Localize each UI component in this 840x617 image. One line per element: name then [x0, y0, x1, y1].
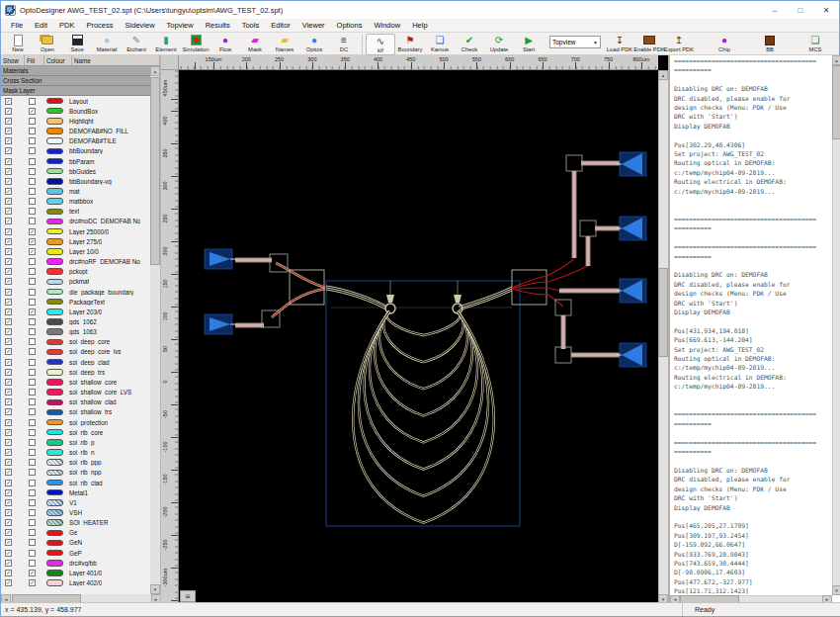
fill-checkbox[interactable] — [29, 318, 36, 325]
layer-group-cross-section[interactable]: Cross Section — [1, 76, 160, 86]
fill-checkbox[interactable] — [29, 389, 36, 396]
show-checkbox[interactable]: ✓ — [5, 429, 12, 436]
menu-item-window[interactable]: Window — [368, 21, 406, 30]
show-checkbox[interactable]: ✓ — [5, 529, 12, 536]
show-checkbox[interactable]: ✓ — [5, 570, 12, 576]
layer-colour-swatch[interactable] — [46, 318, 63, 325]
fill-checkbox[interactable] — [29, 118, 36, 125]
menu-item-tools[interactable]: Tools — [236, 21, 266, 30]
fill-checkbox[interactable] — [29, 560, 36, 567]
toolbar-button-flow[interactable]: ●Flow — [210, 34, 240, 53]
show-checkbox[interactable]: ✓ — [5, 128, 12, 134]
fill-checkbox[interactable] — [29, 188, 36, 195]
layer-colour-swatch[interactable] — [46, 308, 63, 315]
fill-checkbox[interactable] — [29, 278, 36, 285]
layer-colour-swatch[interactable] — [46, 429, 63, 436]
layer-colour-swatch[interactable] — [46, 118, 63, 125]
toolbar-button-mask[interactable]: ▰Mask — [240, 34, 270, 53]
show-checkbox[interactable]: ✓ — [5, 147, 12, 154]
fill-checkbox[interactable] — [29, 449, 36, 456]
show-checkbox[interactable]: ✓ — [5, 359, 12, 366]
show-checkbox[interactable]: ✓ — [5, 449, 12, 456]
menu-item-file[interactable]: File — [5, 21, 29, 30]
toolbar-button-chip[interactable]: ●Chip — [710, 34, 739, 53]
fill-checkbox[interactable] — [29, 459, 36, 466]
show-checkbox[interactable]: ✓ — [5, 218, 12, 224]
show-checkbox[interactable]: ✓ — [5, 489, 12, 496]
show-checkbox[interactable]: ✓ — [5, 248, 12, 255]
layer-colour-swatch[interactable] — [46, 158, 63, 165]
show-checkbox[interactable]: ✓ — [5, 408, 12, 415]
layer-colour-swatch[interactable] — [46, 128, 63, 134]
fill-checkbox[interactable]: ✓ — [29, 579, 36, 586]
show-checkbox[interactable]: ✓ — [5, 499, 12, 506]
layer-colour-swatch[interactable] — [46, 540, 63, 547]
layer-colour-swatch[interactable] — [46, 279, 63, 286]
show-checkbox[interactable]: ✓ — [5, 228, 12, 235]
menu-item-editor[interactable]: Editor — [265, 21, 296, 30]
fill-checkbox[interactable] — [29, 550, 36, 557]
fill-checkbox[interactable] — [29, 429, 36, 436]
fill-checkbox[interactable]: ✓ — [29, 108, 36, 115]
layer-group-mask-layer[interactable]: Mask Layer — [1, 86, 160, 96]
fill-checkbox[interactable] — [29, 419, 36, 426]
show-checkbox[interactable]: ✓ — [5, 389, 12, 396]
toolbar-button-export-pdk[interactable]: ↥Export PDK — [664, 34, 694, 53]
layer-colour-swatch[interactable] — [46, 389, 63, 396]
toolbar-button-load-pdk[interactable]: ↧Load PDK — [605, 34, 634, 53]
show-checkbox[interactable]: ✓ — [5, 108, 12, 115]
fill-checkbox[interactable] — [29, 369, 36, 376]
layer-colour-swatch[interactable] — [46, 248, 63, 255]
scroll-down-arrow-icon[interactable]: ▼ — [150, 584, 160, 594]
fill-checkbox[interactable]: ✓ — [29, 248, 36, 255]
fill-checkbox[interactable] — [29, 480, 36, 486]
fill-checkbox[interactable] — [29, 128, 36, 134]
fill-checkbox[interactable] — [29, 158, 36, 165]
toolbar-button-start[interactable]: ▶Start — [514, 34, 544, 53]
show-checkbox[interactable]: ✓ — [5, 318, 12, 325]
view-select[interactable]: Topview▼ — [549, 36, 601, 48]
scroll-up-arrow-icon[interactable]: ▲ — [832, 55, 840, 65]
fill-checkbox[interactable] — [29, 218, 36, 224]
menu-item-sideview[interactable]: Sideview — [120, 21, 161, 30]
column-header-name[interactable]: Name — [72, 55, 160, 65]
layer-colour-swatch[interactable] — [46, 459, 63, 466]
layer-colour-swatch[interactable] — [46, 268, 63, 275]
fill-checkbox[interactable] — [29, 408, 36, 415]
toolbar-button-klf[interactable]: ∿klf — [366, 34, 395, 55]
show-checkbox[interactable]: ✓ — [5, 560, 12, 567]
fill-checkbox[interactable] — [29, 168, 36, 175]
fill-checkbox[interactable] — [29, 137, 36, 144]
layer-colour-swatch[interactable] — [46, 289, 63, 296]
fill-checkbox[interactable]: ✓ — [29, 570, 36, 576]
layer-colour-swatch[interactable] — [46, 168, 63, 175]
toolbar-button-mcs[interactable]: ❏MCS — [800, 34, 830, 53]
show-checkbox[interactable]: ✓ — [5, 137, 12, 144]
layer-colour-swatch[interactable] — [46, 489, 63, 496]
console-vertical-scrollbar[interactable]: ▲ ▼ — [832, 55, 840, 595]
show-checkbox[interactable]: ✓ — [5, 579, 12, 586]
menu-item-help[interactable]: Help — [406, 21, 433, 30]
fill-checkbox[interactable] — [29, 509, 36, 516]
menu-item-viewer[interactable]: Viewer — [296, 21, 331, 30]
show-checkbox[interactable]: ✓ — [5, 338, 12, 345]
layer-colour-swatch[interactable] — [46, 579, 63, 586]
toolbar-button-save[interactable]: Save — [62, 34, 92, 53]
fill-checkbox[interactable] — [29, 529, 36, 536]
toolbar-button-etchant[interactable]: ✎Etchant — [122, 34, 151, 53]
fill-checkbox[interactable] — [29, 398, 36, 405]
layer-colour-swatch[interactable] — [46, 399, 63, 406]
toolbar-button-bb[interactable]: BB — [755, 34, 785, 53]
layer-colour-swatch[interactable] — [46, 339, 63, 346]
fill-checkbox[interactable] — [29, 147, 36, 154]
fill-checkbox[interactable] — [29, 198, 36, 205]
layer-colour-swatch[interactable] — [46, 98, 63, 105]
mask-layout-canvas[interactable]: ⊞ — [179, 70, 658, 604]
fill-checkbox[interactable] — [29, 338, 36, 345]
show-checkbox[interactable]: ✓ — [5, 539, 12, 546]
scroll-up-arrow-icon[interactable]: ▲ — [658, 70, 668, 80]
show-checkbox[interactable]: ✓ — [5, 178, 12, 185]
layer-colour-swatch[interactable] — [46, 359, 63, 366]
menu-item-pdk[interactable]: PDK — [53, 21, 80, 30]
show-checkbox[interactable]: ✓ — [5, 369, 12, 376]
